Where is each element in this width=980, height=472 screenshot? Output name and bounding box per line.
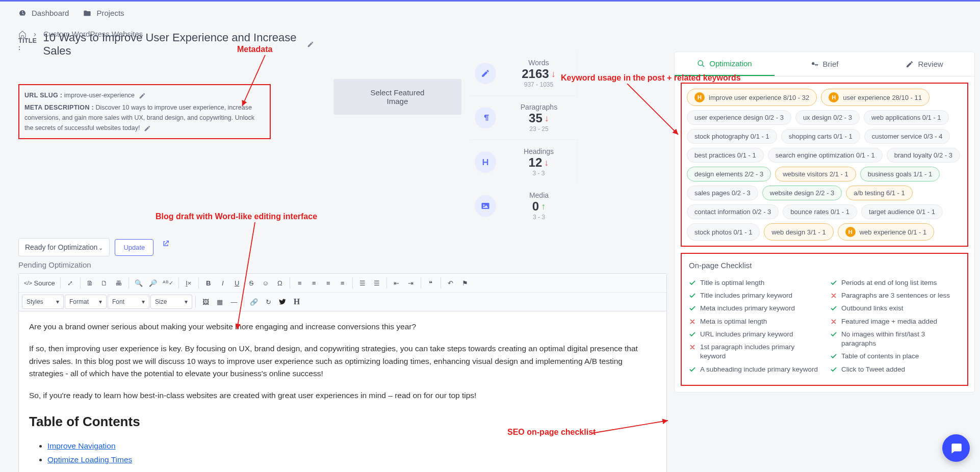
keyword-pill[interactable]: business goals 1/1 - 1 — [860, 167, 940, 181]
keyword-pill[interactable]: stock photography 0/1 - 1 — [687, 129, 777, 144]
keyword-pills: Himprove user experience 8/10 - 32Huser … — [681, 83, 968, 247]
editor-content[interactable]: Are you a brand owner serious about maki… — [19, 311, 666, 472]
key-icon — [811, 60, 819, 68]
align-center-icon[interactable]: ≡ — [307, 276, 321, 290]
folder-icon — [83, 9, 91, 17]
tab-optimization[interactable]: Optimization — [675, 52, 775, 76]
checklist-item: Paragraphs are 3 sentences or less — [830, 291, 960, 300]
heading-insert-icon[interactable]: H — [290, 295, 303, 309]
align-left-icon[interactable]: ≡ — [293, 276, 306, 290]
tab-brief[interactable]: Brief — [775, 52, 874, 76]
toc-link[interactable]: Improve Navigation — [47, 441, 116, 450]
find-icon[interactable]: 🔍 — [132, 276, 145, 290]
nav-projects-label: Projects — [96, 9, 124, 17]
keyword-pill[interactable]: design elements 2/2 - 3 — [687, 167, 771, 181]
keyword-pill[interactable]: target audience 0/1 - 1 — [861, 204, 943, 219]
open-external-icon[interactable] — [162, 240, 170, 248]
body-p2: If so, then improving user experience is… — [29, 343, 656, 380]
keyword-pill[interactable]: user experience design 0/2 - 3 — [687, 110, 791, 125]
keyword-pill[interactable]: contact information 0/2 - 3 — [687, 204, 779, 219]
undo-icon[interactable]: ↶ — [444, 276, 457, 290]
keyword-pill[interactable]: best practices 0/1 - 1 — [687, 148, 764, 163]
omega-icon[interactable]: Ω — [273, 276, 287, 290]
keyword-pill[interactable]: website design 2/2 - 3 — [762, 186, 842, 200]
keyword-pill[interactable]: stock photos 0/1 - 1 — [687, 223, 760, 241]
refresh-icon[interactable]: ↻ — [262, 295, 275, 309]
gauge-icon — [18, 9, 27, 17]
twitter-icon[interactable] — [276, 295, 289, 309]
edit-title-icon[interactable] — [307, 41, 314, 48]
pencil-icon — [475, 63, 496, 84]
toc-link[interactable]: Optimize Loading Times — [47, 455, 132, 464]
align-right-icon[interactable]: ≡ — [322, 276, 335, 290]
svg-point-0 — [698, 61, 703, 65]
spellcheck-icon[interactable]: ᴬᴮ✓ — [161, 276, 175, 290]
image-insert-icon[interactable]: 🖼 — [199, 295, 212, 309]
stats-grid: Words 2163↓ 937 - 1035 Paragraphs 35↓ 23… — [471, 51, 667, 228]
strike-icon[interactable]: S — [245, 276, 258, 290]
nav-projects[interactable]: Projects — [83, 9, 124, 17]
remove-format-icon[interactable]: I× — [182, 276, 195, 290]
hr-icon[interactable]: ― — [227, 295, 241, 309]
edit-slug-icon[interactable] — [139, 92, 146, 99]
tab-review[interactable]: Review — [874, 52, 974, 76]
keyword-pill[interactable]: website visitors 2/1 - 1 — [775, 167, 856, 181]
align-justify-icon[interactable]: ≡ — [336, 276, 349, 290]
flag-icon[interactable]: ⚑ — [458, 276, 472, 290]
edit-meta-icon[interactable] — [144, 125, 151, 132]
update-button[interactable]: Update — [115, 239, 153, 256]
indent-icon[interactable]: ⇥ — [404, 276, 418, 290]
keyword-pill[interactable]: sales pages 0/2 - 3 — [687, 186, 758, 200]
keyword-pill[interactable]: Himprove user experience 8/10 - 32 — [687, 89, 817, 106]
save-icon[interactable]: 🗋 — [98, 276, 111, 290]
underline-icon[interactable]: U — [230, 276, 244, 290]
keyword-pill[interactable]: ux design 0/2 - 3 — [795, 110, 860, 125]
keyword-pill[interactable]: Hweb experience 0/1 - 1 — [838, 223, 935, 241]
h-badge: H — [694, 92, 705, 102]
checklist-item: 1st paragraph includes primary keyword — [689, 343, 819, 361]
search-icon — [697, 60, 705, 68]
panel-tabs: Optimization Brief Review — [675, 52, 974, 76]
replace-icon[interactable]: 🔎 — [146, 276, 160, 290]
emoji-icon[interactable]: ☺ — [259, 276, 272, 290]
pending-status: Pending Optimization — [18, 260, 667, 269]
ol-icon[interactable]: ☰ — [356, 276, 369, 290]
outdent-icon[interactable]: ⇤ — [390, 276, 403, 290]
font-select[interactable]: Font▾ — [108, 295, 149, 309]
keyword-pill[interactable]: brand loyalty 0/2 - 3 — [887, 148, 960, 163]
print-icon[interactable]: 🖶 — [112, 276, 125, 290]
keyword-pill[interactable]: web design 3/1 - 1 — [764, 223, 833, 241]
bold-icon[interactable]: B — [202, 276, 215, 290]
ul-icon[interactable]: ☰ — [370, 276, 383, 290]
new-doc-icon[interactable]: 🗎 — [84, 276, 97, 290]
keyword-pill[interactable]: bounce rates 0/1 - 1 — [783, 204, 857, 219]
source-button[interactable]: </> Source — [22, 276, 57, 290]
keyword-pill[interactable]: a/b testing 6/1 - 1 — [846, 186, 912, 200]
paragraph-icon — [475, 107, 496, 128]
keyword-pill[interactable]: search engine optimization 0/1 - 1 — [768, 148, 883, 163]
checklist-item: Meta includes primary keyword — [689, 304, 819, 313]
link-icon[interactable]: 🔗 — [247, 295, 261, 309]
toc-heading: Table of Contents — [29, 411, 656, 433]
editor-toolbar: </> Source ⤢ 🗎 🗋 🖶 🔍 🔎 ᴬᴮ✓ I× B I — [19, 274, 666, 311]
status-dropdown[interactable]: Ready for Optimization⌄ — [18, 238, 110, 256]
check-icon — [689, 292, 696, 299]
quote-icon[interactable]: ❝ — [424, 276, 437, 290]
featured-image-button[interactable]: Select Featured Image — [333, 79, 461, 115]
check-icon — [689, 279, 696, 286]
keyword-pill[interactable]: customer service 0/3 - 4 — [864, 129, 950, 144]
keyword-pill[interactable]: web applications 0/1 - 1 — [864, 110, 949, 125]
styles-select[interactable]: Styles▾ — [22, 295, 64, 309]
italic-icon[interactable]: I — [216, 276, 229, 290]
x-icon — [830, 292, 837, 299]
chat-widget[interactable] — [942, 434, 970, 462]
keyword-pill[interactable]: Huser experience 28/10 - 11 — [821, 89, 930, 106]
size-select[interactable]: Size▾ — [150, 295, 192, 309]
table-icon[interactable]: ▦ — [213, 295, 226, 309]
nav-dashboard[interactable]: Dashboard — [18, 9, 69, 17]
page-title: TITLE : 10 Ways to Improve User Experien… — [18, 31, 314, 58]
format-select[interactable]: Format▾ — [65, 295, 107, 309]
keyword-pill[interactable]: shopping carts 0/1 - 1 — [781, 129, 860, 144]
checklist-item: Meta is optimal length — [689, 317, 819, 326]
expand-icon[interactable]: ⤢ — [64, 276, 77, 290]
